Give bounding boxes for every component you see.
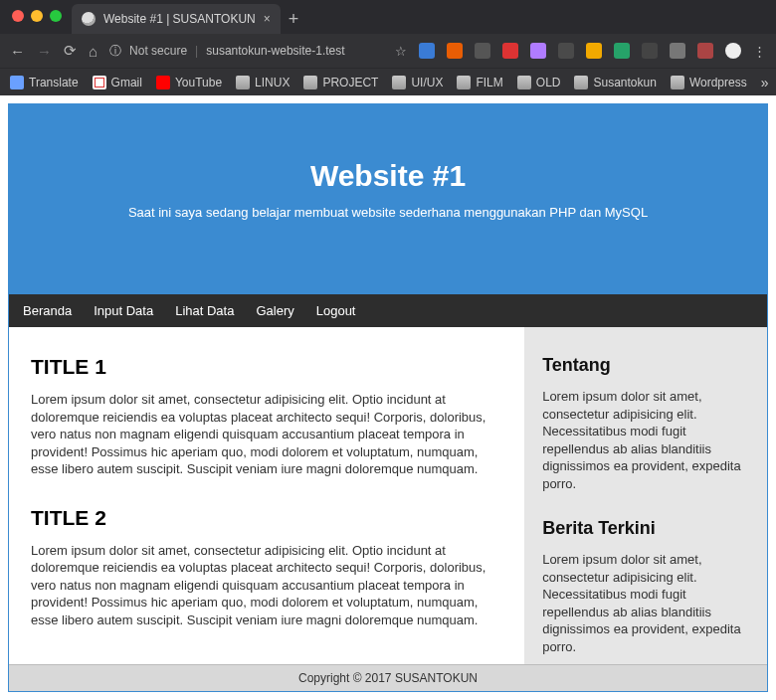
nav-home-button[interactable]: ⌂ <box>89 43 97 60</box>
address-bar: ← → ⟳ ⌂ ⓘ Not secure | susantokun-websit… <box>0 34 776 68</box>
folder-icon <box>671 76 684 89</box>
nav-link-logout[interactable]: Logout <box>316 303 356 318</box>
bookmark-folder-linux[interactable]: LINUX <box>236 76 290 89</box>
widget-title-news: Berita Terkini <box>542 518 749 539</box>
extension-icon[interactable] <box>586 43 602 59</box>
folder-icon <box>236 76 250 89</box>
window-controls <box>12 10 62 22</box>
hero-banner: Website #1 Saat ini saya sedang belajar … <box>9 104 767 294</box>
extension-icon[interactable] <box>447 43 463 59</box>
url-text: susantokun-website-1.test <box>206 44 344 58</box>
site-title: Website #1 <box>29 159 747 193</box>
page-container: Website #1 Saat ini saya sedang belajar … <box>8 103 768 692</box>
folder-icon <box>392 76 406 89</box>
nav-link-beranda[interactable]: Beranda <box>23 303 72 318</box>
bookmark-youtube[interactable]: YouTube <box>156 76 222 89</box>
new-tab-button[interactable]: + <box>289 4 299 34</box>
nav-link-galery[interactable]: Galery <box>256 303 293 318</box>
bookmark-folder-susantokun[interactable]: Susantokun <box>574 76 656 89</box>
bookmarks-overflow-icon[interactable]: » <box>761 75 769 90</box>
bookmark-label: Translate <box>29 76 79 89</box>
extension-icon[interactable] <box>697 43 713 59</box>
info-icon: ⓘ <box>109 43 121 60</box>
page-viewport: Website #1 Saat ini saya sedang belajar … <box>0 95 776 700</box>
extension-icon[interactable] <box>502 43 518 59</box>
nav-reload-button[interactable]: ⟳ <box>64 42 77 60</box>
extension-icon[interactable] <box>475 43 490 59</box>
bookmark-label: Gmail <box>111 76 142 89</box>
profile-avatar-icon[interactable] <box>725 43 741 59</box>
bookmark-label: FILM <box>476 76 502 89</box>
nav-forward-button[interactable]: → <box>37 43 52 60</box>
bookmark-label: LINUX <box>255 76 290 89</box>
widget-body-news: Lorem ipsum dolor sit amet, consectetur … <box>542 551 749 655</box>
extension-icon[interactable] <box>530 43 546 59</box>
tab-title: Website #1 | SUSANTOKUN <box>103 12 256 26</box>
widget-title-about: Tentang <box>542 355 749 376</box>
bookmark-label: UI/UX <box>411 76 443 89</box>
article-title-1: TITLE 1 <box>31 355 502 379</box>
widget-body-about: Lorem ipsum dolor sit amet, consectetur … <box>542 388 749 492</box>
bookmark-label: Susantokun <box>593 76 656 89</box>
article-title-2: TITLE 2 <box>31 506 502 530</box>
main-nav: Beranda Input Data Lihat Data Galery Log… <box>9 294 767 327</box>
bookmarks-bar: Translate Gmail YouTube LINUX PROJECT UI… <box>0 68 776 95</box>
youtube-icon <box>156 76 170 89</box>
bookmark-label: OLD <box>536 76 561 89</box>
bookmark-folder-wordpress[interactable]: Wordpress <box>671 76 747 89</box>
window-minimize-button[interactable] <box>31 10 43 22</box>
star-bookmark-icon[interactable]: ☆ <box>395 44 407 59</box>
tab-favicon <box>82 12 96 26</box>
extension-icon[interactable] <box>558 43 574 59</box>
footer-text: Copyright © 2017 SUSANTOKUN <box>298 671 478 685</box>
bookmark-label: YouTube <box>175 76 222 89</box>
extension-icon[interactable] <box>419 43 435 59</box>
window-close-button[interactable] <box>12 10 24 22</box>
security-label: Not secure <box>129 44 187 58</box>
content-body: TITLE 1 Lorem ipsum dolor sit amet, cons… <box>9 327 767 664</box>
page-footer: Copyright © 2017 SUSANTOKUN <box>9 664 767 691</box>
tab-close-icon[interactable]: × <box>264 12 271 26</box>
window-maximize-button[interactable] <box>50 10 62 22</box>
extension-icon[interactable] <box>670 43 685 59</box>
main-column: TITLE 1 Lorem ipsum dolor sit amet, cons… <box>9 327 524 664</box>
omnibox-separator: | <box>195 44 198 58</box>
extension-icon[interactable] <box>642 43 658 59</box>
nav-link-input-data[interactable]: Input Data <box>94 303 153 318</box>
site-subtitle: Saat ini saya sedang belajar membuat web… <box>29 205 747 220</box>
omnibox[interactable]: ⓘ Not secure | susantokun-website-1.test <box>109 43 383 60</box>
bookmark-folder-uiux[interactable]: UI/UX <box>392 76 443 89</box>
extension-icons: ☆ ⋮ <box>395 43 766 59</box>
nav-link-lihat-data[interactable]: Lihat Data <box>175 303 234 318</box>
browser-tab-strip: Website #1 | SUSANTOKUN × + <box>0 0 776 34</box>
folder-icon <box>303 76 317 89</box>
folder-icon <box>457 76 471 89</box>
bookmark-folder-project[interactable]: PROJECT <box>303 76 378 89</box>
bookmark-label: Wordpress <box>689 76 747 89</box>
article-body-1: Lorem ipsum dolor sit amet, consectetur … <box>31 391 502 478</box>
bookmark-folder-old[interactable]: OLD <box>517 76 561 89</box>
bookmark-label: PROJECT <box>322 76 378 89</box>
sidebar-column: Tentang Lorem ipsum dolor sit amet, cons… <box>524 327 767 664</box>
extension-icon[interactable] <box>614 43 630 59</box>
bookmark-gmail[interactable]: Gmail <box>93 76 142 89</box>
nav-back-button[interactable]: ← <box>10 43 25 60</box>
bookmark-folder-film[interactable]: FILM <box>457 76 502 89</box>
bookmark-translate[interactable]: Translate <box>10 76 79 89</box>
translate-icon <box>10 76 24 89</box>
gmail-icon <box>93 76 106 89</box>
browser-menu-icon[interactable]: ⋮ <box>753 44 766 59</box>
browser-tab[interactable]: Website #1 | SUSANTOKUN × <box>72 4 281 34</box>
folder-icon <box>574 76 588 89</box>
folder-icon <box>517 76 531 89</box>
article-body-2: Lorem ipsum dolor sit amet, consectetur … <box>31 542 502 629</box>
